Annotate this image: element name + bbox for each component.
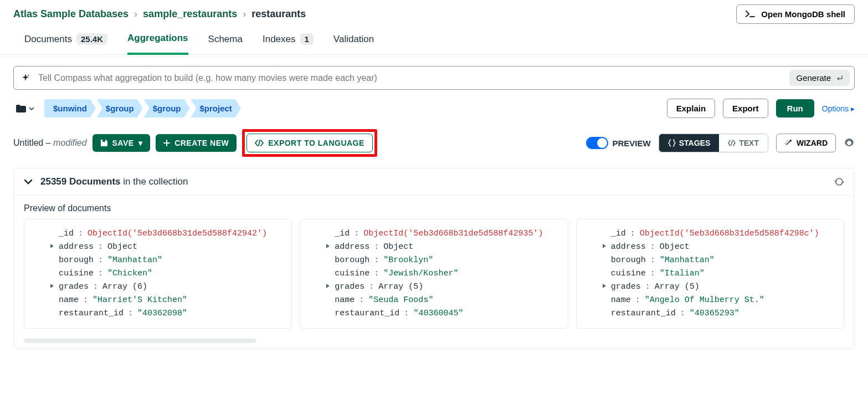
sparkle-icon: [20, 73, 30, 83]
caret-right-icon: ▸: [851, 104, 855, 113]
tab-indexes[interactable]: Indexes 1: [263, 33, 314, 54]
doc-key: grades: [335, 280, 364, 294]
expand-caret[interactable]: [602, 243, 609, 249]
caret-down-icon: ▾: [138, 139, 143, 147]
colon: :: [98, 241, 103, 254]
refresh-button[interactable]: [834, 177, 844, 187]
doc-field: restaurant_id : "40362098": [50, 307, 281, 320]
doc-suffix: in the collection: [123, 176, 188, 187]
doc-field: borough : "Manhattan": [602, 254, 834, 267]
doc-value: Array (6): [102, 280, 147, 294]
doc-field: restaurant_id : "40365293": [602, 307, 834, 320]
settings-gear[interactable]: [844, 137, 855, 149]
horizontal-scrollbar[interactable]: [24, 339, 256, 343]
export-button[interactable]: Export: [723, 99, 768, 118]
doc-value: Object: [107, 241, 137, 254]
save-icon: [100, 139, 108, 147]
ai-input[interactable]: [37, 73, 783, 84]
doc-field: name : "Harriet'S Kitchen": [50, 294, 281, 307]
doc-key: cuisine: [611, 267, 646, 280]
doc-field: borough : "Brooklyn": [326, 254, 557, 267]
tab-validation[interactable]: Validation: [333, 33, 374, 54]
open-shell-button[interactable]: Open MongoDB shell: [736, 4, 855, 24]
colon: :: [374, 267, 379, 280]
doc-value: ObjectId('5eb3d668b31de5d588f4298c'): [640, 227, 819, 241]
expand-caret[interactable]: [50, 243, 57, 249]
colon: :: [93, 280, 98, 294]
breadcrumb: Atlas Sample Databases › sample_restaura…: [13, 8, 306, 20]
tab-schema[interactable]: Schema: [208, 33, 243, 54]
stage-chip-3[interactable]: $project: [191, 99, 241, 117]
export-lang-label: EXPORT TO LANGUAGE: [268, 139, 364, 147]
breadcrumb-item-0[interactable]: Atlas Sample Databases: [13, 8, 129, 20]
breadcrumb-item-2[interactable]: restaurants: [251, 8, 306, 20]
doc-key: _id: [611, 227, 626, 241]
stage-chip-1[interactable]: $group: [97, 99, 143, 117]
doc-value: "40365293": [690, 307, 739, 320]
doc-value: Array (5): [655, 280, 700, 294]
generate-button[interactable]: Generate: [789, 70, 850, 86]
doc-value: Array (5): [378, 280, 423, 294]
highlight-box: EXPORT TO LANGUAGE: [242, 129, 377, 157]
doc-field: _id : ObjectId('5eb3d668b31de5d588f42935…: [326, 227, 557, 241]
generate-label: Generate: [796, 73, 831, 83]
doc-key: address: [59, 241, 94, 254]
save-label: SAVE: [112, 139, 134, 147]
stage-chip-2[interactable]: $group: [144, 99, 190, 117]
doc-value: "40360045": [413, 307, 463, 320]
stage-chip-0[interactable]: $unwind: [44, 99, 96, 117]
wand-icon: [784, 139, 792, 147]
folder-dropdown[interactable]: [13, 102, 37, 115]
colon: :: [369, 280, 374, 294]
open-shell-label: Open MongoDB shell: [761, 9, 845, 19]
expand-caret[interactable]: [602, 283, 609, 289]
collapse-caret[interactable]: [24, 179, 33, 185]
colon: :: [374, 241, 379, 254]
doc-field: _id : ObjectId('5eb3d668b31de5d588f42942…: [50, 227, 281, 241]
colon: :: [128, 307, 133, 320]
doc-key: grades: [611, 280, 641, 294]
tab-aggregations[interactable]: Aggregations: [127, 33, 188, 55]
terminal-icon: [746, 11, 756, 18]
preview-toggle[interactable]: [586, 137, 608, 149]
doc-count: 25359 Documents: [40, 176, 121, 187]
tab-documents[interactable]: Documents 25.4K: [24, 33, 107, 54]
seg-text[interactable]: TEXT: [719, 134, 768, 152]
modified-label: modified: [53, 138, 86, 147]
expand-caret[interactable]: [326, 283, 332, 289]
explain-button[interactable]: Explain: [667, 99, 715, 118]
doc-field: restaurant_id : "40360045": [326, 307, 557, 320]
seg-stages[interactable]: STAGES: [659, 134, 720, 152]
doc-value: "Jewish/Kosher": [383, 267, 458, 280]
enter-icon: [835, 74, 843, 82]
pipeline-name: Untitled – modified: [13, 138, 87, 148]
options-dropdown[interactable]: Options ▸: [822, 104, 855, 113]
wizard-button[interactable]: WIZARD: [776, 134, 836, 152]
doc-key: name: [59, 294, 79, 307]
doc-cards: _id : ObjectId('5eb3d668b31de5d588f42942…: [14, 219, 854, 339]
doc-field: address : Object: [50, 241, 281, 254]
doc-value: ObjectId('5eb3d668b31de5d588f42935'): [363, 227, 543, 241]
expand-caret[interactable]: [326, 243, 332, 249]
expand-caret[interactable]: [50, 283, 57, 289]
create-new-button[interactable]: CREATE NEW: [156, 134, 237, 152]
doc-key: borough: [335, 254, 369, 267]
doc-key: restaurant_id: [611, 307, 676, 320]
export-to-language-button[interactable]: EXPORT TO LANGUAGE: [246, 134, 373, 152]
doc-key: _id: [335, 227, 350, 241]
save-button[interactable]: SAVE ▾: [93, 134, 151, 152]
doc-key: name: [335, 294, 355, 307]
doc-field: borough : "Manhattan": [50, 254, 281, 267]
breadcrumb-item-1[interactable]: sample_restaurants: [143, 8, 237, 20]
braces-icon: [668, 139, 676, 147]
tab-label: Schema: [208, 34, 243, 45]
doc-field: grades : Array (6): [50, 280, 281, 294]
doc-value: "Harriet'S Kitchen": [93, 294, 187, 307]
doc-value: "40362098": [137, 307, 187, 320]
seg-text-label: TEXT: [739, 139, 759, 147]
run-button[interactable]: Run: [776, 99, 814, 117]
doc-key: _id: [59, 227, 74, 241]
colon: :: [645, 280, 650, 294]
plus-icon: [163, 140, 170, 146]
preview-label: Preview of documents: [14, 196, 854, 219]
